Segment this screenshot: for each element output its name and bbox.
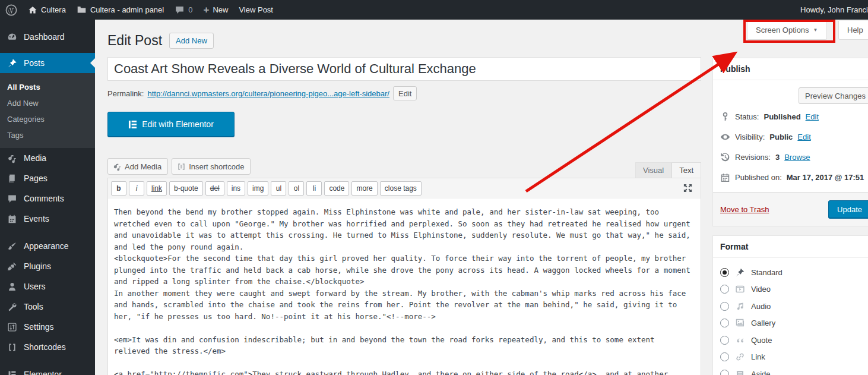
quicktag-more-button[interactable]: more bbox=[351, 181, 377, 196]
format-option-audio[interactable]: Audio bbox=[720, 298, 868, 315]
admin-bar-account-menu[interactable]: Howdy, John Franci bbox=[795, 0, 868, 20]
sidebar-item-settings[interactable]: Settings bbox=[0, 317, 95, 337]
sidebar-item-label: Elementor bbox=[24, 370, 62, 375]
format-option-video[interactable]: Video bbox=[720, 281, 868, 298]
preview-changes-button[interactable]: Preview Changes bbox=[799, 87, 868, 104]
publish-panel-title: Publish bbox=[720, 64, 750, 74]
sidebar-item-events[interactable]: Events bbox=[0, 209, 95, 229]
format-option-quote[interactable]: Quote bbox=[720, 332, 868, 349]
sliders-icon bbox=[6, 321, 18, 333]
quicktag-li-button[interactable]: li bbox=[306, 181, 322, 196]
add-new-button[interactable]: Add New bbox=[169, 33, 214, 49]
quicktag-blockquote-button[interactable]: b-quote bbox=[169, 181, 203, 196]
quicktag-link-button[interactable]: link bbox=[147, 181, 167, 196]
admin-bar-view-post[interactable]: View Post bbox=[233, 0, 278, 20]
sidebar-item-media[interactable]: Media bbox=[0, 148, 95, 168]
quicktag-close-tags-button[interactable]: close tags bbox=[380, 181, 422, 196]
insert-shortcode-button[interactable]: Insert shortcode bbox=[172, 158, 251, 175]
permalink-edit-button[interactable]: Edit bbox=[393, 86, 417, 100]
quicktag-img-button[interactable]: img bbox=[248, 181, 268, 196]
admin-bar-new-menu[interactable]: + New bbox=[198, 0, 233, 20]
sidebar-item-label: Plugins bbox=[24, 261, 51, 271]
add-media-button[interactable]: Add Media bbox=[107, 158, 168, 175]
radio-gallery[interactable] bbox=[720, 319, 729, 327]
format-options-list: Standard Video Audio bbox=[713, 258, 868, 375]
shortcode-icon bbox=[177, 162, 186, 171]
fullscreen-expand-icon[interactable] bbox=[683, 183, 693, 193]
sidebar-item-appearance[interactable]: Appearance bbox=[0, 236, 95, 256]
dashboard-icon bbox=[6, 31, 18, 43]
publish-panel-header[interactable]: Publish ▲ bbox=[713, 58, 868, 80]
format-option-gallery[interactable]: Gallery bbox=[720, 315, 868, 332]
link-icon bbox=[734, 351, 746, 363]
sidebar-item-pages[interactable]: Pages bbox=[0, 168, 95, 188]
radio-video[interactable] bbox=[720, 285, 729, 294]
sidebar-item-plugins[interactable]: Plugins bbox=[0, 256, 95, 276]
quicktag-code-button[interactable]: code bbox=[324, 181, 349, 196]
quicktag-ol-button[interactable]: ol bbox=[289, 181, 304, 196]
admin-bar-admin-panel-menu[interactable]: Cultera - admin panel bbox=[71, 0, 169, 20]
folder-icon bbox=[77, 5, 87, 15]
permalink-link[interactable]: http://dannci.wpmasters.org/cultera/pion… bbox=[147, 89, 389, 98]
admin-bar: Cultera Cultera - admin panel 0 + New Vi… bbox=[0, 0, 868, 20]
admin-bar-new-label: New bbox=[213, 5, 228, 14]
sidebar-subitem-tags[interactable]: Tags bbox=[0, 127, 95, 143]
admin-bar-site-name: Cultera bbox=[41, 5, 66, 14]
radio-audio[interactable] bbox=[720, 302, 729, 311]
format-option-aside[interactable]: Aside bbox=[720, 365, 868, 375]
quicktag-ul-button[interactable]: ul bbox=[271, 181, 286, 196]
move-to-trash-link[interactable]: Move to Trash bbox=[720, 205, 769, 214]
radio-aside[interactable] bbox=[720, 370, 729, 375]
format-panel-header[interactable]: Format ▲ bbox=[713, 236, 868, 258]
elementor-icon bbox=[128, 120, 137, 129]
wordpress-logo-menu[interactable] bbox=[0, 0, 23, 20]
radio-link[interactable] bbox=[720, 352, 729, 361]
editor-sidebar: Publish ▲ Preview Changes Status: Publis… bbox=[712, 58, 868, 375]
sidebar-item-label: Media bbox=[24, 153, 46, 163]
sidebar-item-label: Posts bbox=[24, 58, 45, 68]
sidebar-item-elementor[interactable]: Elementor bbox=[0, 364, 95, 375]
calendar-icon bbox=[720, 172, 730, 182]
published-on-label: Published on: bbox=[735, 173, 782, 182]
sidebar-item-comments[interactable]: Comments bbox=[0, 188, 95, 209]
sidebar-subitem-all-posts[interactable]: All Posts bbox=[0, 79, 95, 95]
post-title-input[interactable] bbox=[107, 57, 701, 81]
sidebar-item-users[interactable]: Users bbox=[0, 276, 95, 297]
radio-quote[interactable] bbox=[720, 336, 729, 345]
edit-with-elementor-button[interactable]: Edit with Elementor bbox=[107, 112, 235, 137]
admin-bar-comments-menu[interactable]: 0 bbox=[169, 0, 198, 20]
admin-bar-site-menu[interactable]: Cultera bbox=[23, 0, 71, 20]
screen-options-tab[interactable]: Screen Options ▼ bbox=[747, 21, 827, 40]
page-title: Edit Post bbox=[107, 33, 162, 48]
format-option-standard[interactable]: Standard bbox=[720, 264, 868, 281]
visibility-edit-link[interactable]: Edit bbox=[797, 133, 810, 141]
sidebar-item-posts[interactable]: Posts bbox=[0, 53, 95, 73]
quicktag-ins-button[interactable]: ins bbox=[227, 181, 245, 196]
quicktag-bold-button[interactable]: b bbox=[111, 181, 126, 196]
quicktags-toolbar: b i link b-quote del ins img ul ol li co… bbox=[108, 178, 701, 198]
quicktag-del-button[interactable]: del bbox=[205, 181, 224, 196]
post-content-textarea[interactable]: Then beyond the bend my brother stopped … bbox=[108, 198, 701, 375]
tab-text[interactable]: Text bbox=[671, 162, 701, 178]
radio-standard[interactable] bbox=[720, 268, 729, 277]
tab-visual[interactable]: Visual bbox=[635, 162, 671, 178]
sidebar-item-shortcodes[interactable]: Shortcodes bbox=[0, 337, 95, 357]
format-option-label: Quote bbox=[751, 336, 772, 345]
sidebar-item-tools[interactable]: Tools bbox=[0, 297, 95, 317]
admin-bar-comments-count: 0 bbox=[188, 5, 192, 14]
revisions-browse-link[interactable]: Browse bbox=[784, 153, 810, 162]
wordpress-logo-icon bbox=[5, 4, 17, 16]
format-option-link[interactable]: Link bbox=[720, 349, 868, 366]
help-tab[interactable]: Help ▼ bbox=[838, 21, 868, 40]
status-edit-link[interactable]: Edit bbox=[806, 112, 819, 121]
visibility-row: Visibility: Public Edit bbox=[713, 127, 868, 147]
submenu-label: Add New bbox=[7, 99, 39, 108]
comment-bubble-icon bbox=[175, 5, 185, 15]
elementor-icon bbox=[6, 368, 18, 375]
update-button[interactable]: Update bbox=[828, 200, 868, 218]
sidebar-subitem-categories[interactable]: Categories bbox=[0, 111, 95, 127]
sidebar-item-dashboard[interactable]: Dashboard bbox=[0, 27, 95, 47]
sidebar-subitem-add-new[interactable]: Add New bbox=[0, 95, 95, 111]
quicktag-italic-button[interactable]: i bbox=[129, 181, 144, 196]
gallery-icon bbox=[734, 317, 746, 329]
